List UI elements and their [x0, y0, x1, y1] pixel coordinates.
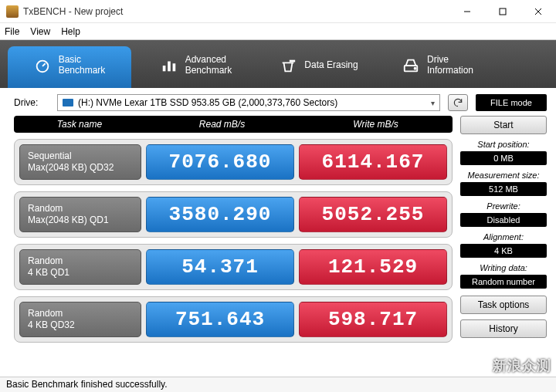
drive-selected-text: (H:) NVMe Lexar 1TB SSD 953.85 GB (2,000… — [78, 97, 337, 108]
app-icon — [6, 5, 19, 18]
write-value: 121.529 — [299, 249, 447, 285]
tab-bar: BasicBenchmark AdvancedBenchmark Data Er… — [0, 40, 556, 88]
close-button[interactable] — [520, 0, 556, 23]
task-name-cell: Random 4 KB QD32 — [19, 302, 141, 337]
gauge-icon — [34, 57, 51, 74]
title-bar: TxBENCH - New project — [0, 0, 556, 23]
task-name-cell: Random Max(2048 KB) QD1 — [19, 197, 141, 232]
drive-label: Drive: — [14, 97, 49, 108]
tab-drive-information[interactable]: DriveInformation — [380, 46, 496, 88]
watermark: 新浪众测 — [493, 357, 551, 375]
result-row: Random 4 KB QD32 751.643 598.717 — [14, 296, 453, 343]
tab-label: Drive — [427, 54, 449, 65]
svg-rect-1 — [500, 8, 506, 15]
tab-advanced-benchmark[interactable]: AdvancedBenchmark — [134, 46, 258, 88]
refresh-button[interactable] — [448, 94, 468, 111]
col-task: Task name — [14, 119, 145, 130]
start-position-label: Start position: — [460, 140, 547, 149]
menu-help[interactable]: Help — [61, 26, 80, 37]
write-value: 598.717 — [299, 302, 447, 337]
svg-rect-5 — [162, 66, 165, 71]
task-name-cell: Random 4 KB QD1 — [19, 249, 141, 285]
prewrite-label: Prewrite: — [460, 201, 547, 211]
svg-point-4 — [36, 61, 48, 73]
minimize-button[interactable] — [449, 0, 485, 23]
file-mode-button[interactable]: FILE mode — [476, 94, 547, 111]
read-value: 54.371 — [146, 249, 294, 285]
alignment-value[interactable]: 4 KB — [460, 244, 547, 258]
col-read: Read mB/s — [145, 119, 299, 130]
history-button[interactable]: History — [460, 319, 547, 338]
drive-icon — [402, 57, 419, 74]
result-row: Random Max(2048 KB) QD1 3580.290 5052.25… — [14, 191, 453, 238]
svg-rect-7 — [172, 63, 175, 71]
read-value: 7076.680 — [146, 144, 294, 180]
measurement-size-value[interactable]: 512 MB — [460, 182, 547, 196]
result-row: Sequential Max(2048 KB) QD32 7076.680 61… — [14, 139, 453, 185]
tab-label: Data Erasing — [304, 60, 358, 71]
start-button[interactable]: Start — [460, 116, 547, 134]
col-write: Write mB/s — [299, 119, 453, 130]
side-panel: Start Start position: 0 MB Measurement s… — [460, 116, 547, 343]
write-value: 5052.255 — [299, 197, 447, 232]
drive-select[interactable]: (H:) NVMe Lexar 1TB SSD 953.85 GB (2,000… — [57, 94, 440, 111]
read-value: 751.643 — [146, 302, 294, 337]
write-value: 6114.167 — [299, 144, 447, 180]
prewrite-value[interactable]: Disabled — [460, 213, 547, 227]
read-value: 3580.290 — [146, 197, 294, 232]
status-bar: Basic Benchmark finished successfully. — [0, 377, 556, 392]
tab-label: Advanced — [185, 54, 226, 65]
drive-row: Drive: (H:) NVMe Lexar 1TB SSD 953.85 GB… — [0, 88, 556, 116]
task-options-button[interactable]: Task options — [460, 296, 547, 314]
menu-view[interactable]: View — [30, 26, 50, 37]
task-name-cell: Sequential Max(2048 KB) QD32 — [19, 144, 141, 180]
menu-file[interactable]: File — [5, 26, 19, 37]
svg-point-10 — [415, 68, 416, 69]
window-title: TxBENCH - New project — [23, 6, 123, 17]
writing-data-value[interactable]: Random number — [460, 275, 547, 289]
disk-icon — [63, 99, 73, 106]
measurement-size-label: Measurement size: — [460, 171, 547, 180]
results-panel: Task name Read mB/s Write mB/s Sequentia… — [14, 116, 453, 343]
start-position-value[interactable]: 0 MB — [460, 151, 547, 165]
results-header: Task name Read mB/s Write mB/s — [14, 116, 453, 133]
menu-bar: File View Help — [0, 23, 556, 40]
chevron-down-icon: ▾ — [431, 99, 435, 107]
tab-label: Basic — [59, 54, 81, 65]
svg-rect-8 — [290, 60, 295, 63]
tab-basic-benchmark[interactable]: BasicBenchmark — [8, 46, 131, 88]
erase-icon — [280, 57, 297, 74]
result-row: Random 4 KB QD1 54.371 121.529 — [14, 244, 453, 290]
maximize-button[interactable] — [485, 0, 520, 23]
bars-icon — [161, 57, 178, 74]
alignment-label: Alignment: — [460, 232, 547, 242]
writing-data-label: Writing data: — [460, 263, 547, 272]
svg-rect-6 — [168, 62, 171, 72]
tab-data-erasing[interactable]: Data Erasing — [261, 46, 377, 88]
